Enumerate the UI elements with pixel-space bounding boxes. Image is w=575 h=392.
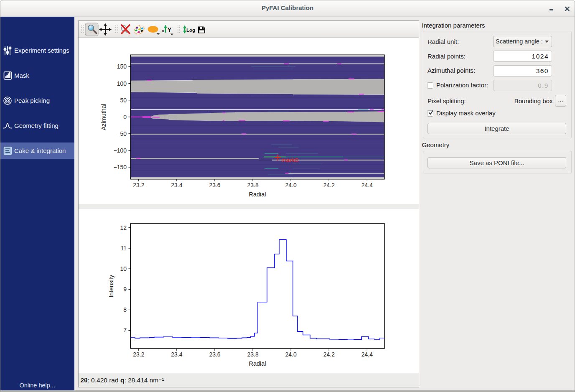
svg-text:23.2: 23.2 [133,182,144,188]
svg-text:8: 8 [123,306,127,313]
svg-text:10: 10 [120,265,127,272]
svg-text:−150: −150 [113,164,127,171]
svg-text:24.2: 24.2 [323,182,335,188]
svg-text:0: 0 [123,114,127,120]
svg-text:Log: Log [186,28,195,33]
svg-text:24.4: 24.4 [361,182,373,188]
svg-text:Radial: Radial [249,191,266,198]
svg-text:9: 9 [123,286,127,293]
svg-text:24.0: 24.0 [285,351,297,358]
svg-text:24.4: 24.4 [361,351,373,358]
svg-text:mark0: mark0 [282,157,298,163]
svg-text:23.8: 23.8 [247,182,258,188]
svg-text:50: 50 [120,97,127,104]
svg-text:100: 100 [117,80,127,87]
svg-text:Y: Y [168,26,172,33]
svg-text:23.4: 23.4 [171,351,182,358]
svg-text:23.2: 23.2 [133,351,144,358]
svg-text:24.2: 24.2 [323,351,335,358]
svg-text:Azimuthal: Azimuthal [100,104,107,130]
svg-text:7: 7 [123,327,127,333]
svg-text:23.6: 23.6 [209,182,220,188]
svg-text:−50: −50 [117,130,127,137]
svg-text:11: 11 [120,245,127,252]
svg-text:23.4: 23.4 [171,182,182,188]
svg-text:Intensity: Intensity [108,275,114,298]
svg-text:150: 150 [117,63,127,70]
svg-text:0: 0 [162,29,164,33]
svg-text:Radial: Radial [249,360,266,367]
svg-text:23.6: 23.6 [209,351,220,358]
svg-text:−100: −100 [113,147,127,154]
svg-text:12: 12 [120,224,127,231]
svg-text:23.8: 23.8 [247,351,258,358]
svg-text:24.0: 24.0 [285,182,297,188]
